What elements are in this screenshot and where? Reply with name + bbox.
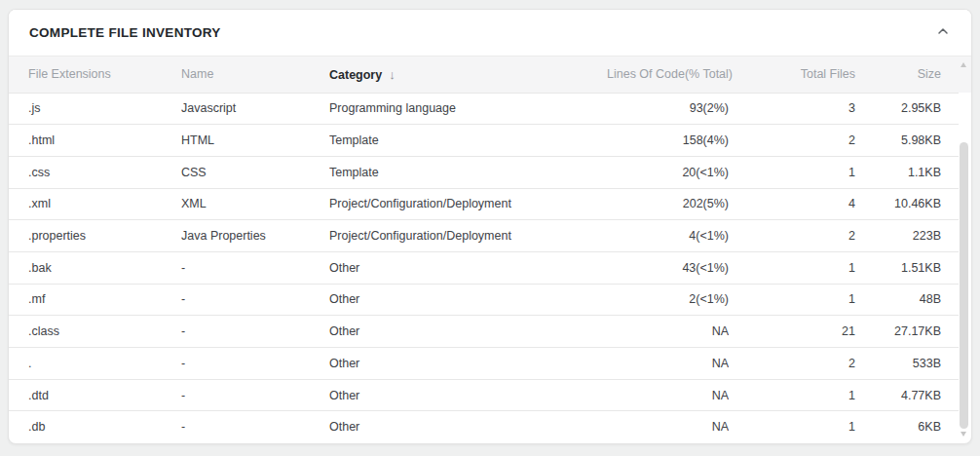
cell-size: 1.51KB — [855, 251, 959, 284]
panel-title: COMPLETE FILE INVENTORY — [29, 25, 221, 40]
cell-name: XML — [181, 188, 329, 220]
cell-category: Other — [329, 411, 607, 443]
cell-total-files: 2 — [729, 125, 855, 157]
cell-lines-of-code: 20(<1%) — [607, 156, 729, 188]
cell-extension: .bak — [9, 251, 181, 284]
cell-size: 2.95KB — [855, 93, 959, 125]
cell-lines-of-code: NA — [607, 379, 729, 411]
cell-extension: .mf — [9, 284, 181, 316]
cell-total-files: 4 — [729, 188, 855, 220]
column-header-name[interactable]: Name — [181, 57, 329, 93]
cell-size: 533B — [855, 348, 959, 380]
cell-extension: .xml — [9, 188, 181, 220]
cell-name: - — [181, 316, 329, 348]
cell-category: Other — [329, 379, 607, 411]
table-header-row: File ExtensionsNameCategory↓Lines Of Cod… — [9, 57, 959, 93]
column-header-size[interactable]: Size — [855, 57, 959, 93]
cell-extension: .js — [9, 93, 181, 125]
scroll-down-arrow-icon[interactable] — [961, 432, 966, 437]
cell-total-files: 1 — [729, 379, 855, 411]
cell-extension: .class — [9, 316, 181, 348]
cell-name: - — [181, 348, 329, 380]
cell-lines-of-code: NA — [607, 411, 729, 443]
cell-total-files: 1 — [729, 156, 855, 188]
cell-name: Javascript — [181, 93, 329, 125]
table-row: .cssCSSTemplate20(<1%)11.1KB — [9, 156, 959, 188]
table-area: File ExtensionsNameCategory↓Lines Of Cod… — [9, 57, 971, 444]
cell-size: 6KB — [855, 411, 959, 443]
cell-size: 48B — [855, 284, 959, 316]
cell-lines-of-code: 4(<1%) — [607, 220, 729, 252]
cell-size: 4.77KB — [855, 379, 959, 411]
cell-name: CSS — [181, 156, 329, 188]
collapse-panel-button[interactable] — [928, 19, 958, 48]
cell-total-files: 1 — [729, 411, 855, 443]
cell-extension: . — [9, 348, 181, 380]
column-header-file-extensions[interactable]: File Extensions — [9, 57, 181, 93]
file-inventory-panel: COMPLETE FILE INVENTORY File ExtensionsN… — [8, 9, 972, 444]
vertical-scrollbar[interactable] — [958, 57, 970, 442]
cell-name: - — [181, 284, 329, 316]
cell-category: Other — [329, 316, 607, 348]
cell-size: 10.46KB — [855, 188, 959, 220]
column-header-label: Name — [181, 67, 213, 81]
cell-extension: .db — [9, 411, 181, 443]
table-row: .propertiesJava PropertiesProject/Config… — [9, 220, 959, 252]
column-header-label: Total Files — [801, 67, 855, 81]
cell-total-files: 2 — [729, 348, 855, 380]
cell-lines-of-code: NA — [607, 348, 729, 380]
cell-lines-of-code: 2(<1%) — [607, 284, 729, 316]
panel-header: COMPLETE FILE INVENTORY — [9, 10, 971, 57]
table-row: .db-OtherNA16KB — [9, 411, 959, 443]
cell-size: 223B — [855, 220, 959, 252]
cell-name: - — [181, 251, 329, 284]
cell-lines-of-code: 93(2%) — [607, 93, 729, 125]
column-header-total-files[interactable]: Total Files — [729, 57, 855, 93]
cell-category: Other — [329, 348, 607, 380]
cell-lines-of-code: 43(<1%) — [607, 251, 729, 284]
cell-name: HTML — [181, 125, 329, 157]
cell-lines-of-code: 158(4%) — [607, 125, 729, 157]
cell-name: Java Properties — [181, 220, 329, 252]
sort-descending-icon: ↓ — [389, 67, 396, 82]
cell-total-files: 21 — [729, 316, 855, 348]
file-inventory-table: File ExtensionsNameCategory↓Lines Of Cod… — [9, 57, 959, 443]
cell-total-files: 2 — [729, 220, 855, 252]
cell-extension: .css — [9, 156, 181, 188]
cell-size: 5.98KB — [855, 125, 959, 157]
table-row: .jsJavascriptProgramming language93(2%)3… — [9, 93, 959, 125]
table-row: .-OtherNA2533B — [9, 348, 959, 380]
table-body: .jsJavascriptProgramming language93(2%)3… — [9, 93, 959, 443]
column-header-lines-of-code-total[interactable]: Lines Of Code(% Total) — [607, 57, 729, 93]
cell-name: - — [181, 411, 329, 443]
cell-extension: .dtd — [9, 379, 181, 411]
table-row: .dtd-OtherNA14.77KB — [9, 379, 959, 411]
column-header-label: Size — [918, 67, 941, 81]
cell-total-files: 1 — [729, 251, 855, 284]
cell-size: 1.1KB — [855, 156, 959, 188]
cell-category: Template — [329, 156, 607, 188]
cell-extension: .properties — [9, 220, 181, 252]
cell-lines-of-code: 202(5%) — [607, 188, 729, 220]
cell-category: Other — [329, 284, 607, 316]
column-header-label: Lines Of Code(% Total) — [607, 67, 733, 81]
scroll-up-arrow-icon[interactable] — [961, 62, 966, 67]
cell-category: Project/Configuration/Deployment — [329, 188, 607, 220]
cell-category: Other — [329, 251, 607, 284]
column-header-label: File Extensions — [28, 67, 111, 81]
table-row: .xmlXMLProject/Configuration/Deployment2… — [9, 188, 959, 220]
table-row: .htmlHTMLTemplate158(4%)25.98KB — [9, 125, 959, 157]
cell-category: Template — [329, 125, 607, 157]
table-row: .bak-Other43(<1%)11.51KB — [9, 251, 959, 284]
cell-category: Project/Configuration/Deployment — [329, 220, 607, 252]
scrollbar-thumb[interactable] — [960, 142, 968, 429]
cell-category: Programming language — [329, 93, 607, 125]
table-row: .class-OtherNA2127.17KB — [9, 316, 959, 348]
column-header-label: Category — [329, 68, 382, 82]
cell-total-files: 1 — [729, 284, 855, 316]
cell-total-files: 3 — [729, 93, 855, 125]
cell-name: - — [181, 379, 329, 411]
chevron-up-icon — [935, 23, 951, 43]
column-header-category[interactable]: Category↓ — [329, 57, 607, 93]
cell-extension: .html — [9, 125, 181, 157]
